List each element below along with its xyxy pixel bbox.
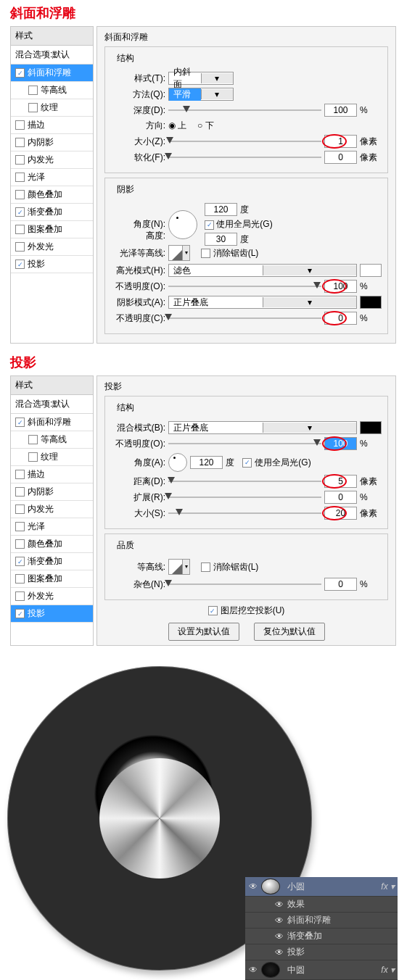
eye-icon[interactable]: 👁	[274, 900, 284, 910]
shop-input[interactable]: 0	[324, 312, 357, 325]
size-input[interactable]: 1	[324, 135, 357, 148]
checkbox-icon[interactable]	[15, 522, 25, 531]
layer-row[interactable]: 👁中圆fx ▾	[245, 960, 398, 980]
checkbox-icon[interactable]: ✓	[15, 557, 25, 566]
sidebar-item-inner-shadow[interactable]: 内阴影	[11, 483, 93, 501]
checkbox-icon[interactable]	[15, 504, 25, 514]
checkbox-icon[interactable]	[28, 86, 38, 95]
checkbox-icon[interactable]: ✓	[15, 207, 25, 217]
checkbox-icon[interactable]	[15, 242, 25, 252]
soften-slider[interactable]	[168, 152, 321, 162]
global-light-check[interactable]: ✓ 使用全局光(G)	[205, 218, 273, 231]
sidebar-item-outer-glow[interactable]: 外发光	[11, 588, 93, 605]
checkbox-icon[interactable]	[15, 591, 25, 601]
checkbox-icon[interactable]: ✓	[15, 68, 25, 78]
hiop-slider[interactable]	[168, 281, 321, 291]
method-combo[interactable]: 平滑▾	[168, 88, 234, 101]
angle-wheel[interactable]	[168, 210, 197, 239]
sidebar-item-stroke[interactable]: 描边	[11, 117, 93, 134]
size-input[interactable]: 20	[324, 507, 357, 520]
radio-up[interactable]: ◉ 上	[168, 120, 186, 132]
blend-options[interactable]: 混合选项:默认	[11, 395, 93, 414]
sh-color-swatch[interactable]	[360, 296, 382, 309]
hiop-input[interactable]: 100	[324, 280, 357, 293]
checkbox-icon[interactable]	[15, 470, 25, 479]
noise-slider[interactable]	[168, 579, 321, 589]
sidebar-item-contour[interactable]: 等高线	[11, 82, 93, 99]
reset-default-button[interactable]: 复位为默认值	[254, 623, 325, 641]
spread-slider[interactable]	[168, 492, 321, 502]
spread-input[interactable]: 0	[324, 491, 357, 504]
eye-icon[interactable]: 👁	[274, 947, 284, 958]
checkbox-icon[interactable]	[15, 487, 25, 497]
angle-input[interactable]: 120	[190, 456, 223, 469]
checkbox-icon[interactable]	[28, 452, 38, 462]
sidebar-item-inner-shadow[interactable]: 内阴影	[11, 134, 93, 151]
sidebar-item-drop-shadow[interactable]: ✓投影	[11, 605, 93, 623]
fx-row[interactable]: 👁投影	[245, 944, 398, 960]
depth-slider[interactable]	[168, 105, 321, 115]
sidebar-item-pattern-overlay[interactable]: 图案叠加	[11, 570, 93, 588]
sidebar-item-gradient-overlay[interactable]: ✓渐变叠加	[11, 204, 93, 221]
checkbox-icon[interactable]	[15, 173, 25, 182]
checkbox-icon[interactable]: ✓	[242, 458, 252, 468]
shop-slider[interactable]	[168, 313, 321, 323]
angle-wheel[interactable]	[168, 453, 187, 472]
checkbox-icon[interactable]	[15, 138, 25, 147]
checkbox-icon[interactable]	[15, 190, 25, 199]
sidebar-item-bevel[interactable]: ✓斜面和浮雕	[11, 65, 93, 82]
size-slider[interactable]	[168, 136, 321, 146]
eye-icon[interactable]: 👁	[248, 881, 258, 892]
fx-row[interactable]: 👁渐变叠加	[245, 929, 398, 944]
eye-icon[interactable]: 👁	[274, 931, 284, 942]
sidebar-item-outer-glow[interactable]: 外发光	[11, 238, 93, 256]
checkbox-icon[interactable]	[15, 120, 25, 130]
color-swatch[interactable]	[360, 421, 382, 434]
layer-row[interactable]: 👁小圆fx ▾	[245, 877, 398, 897]
sidebar-item-texture[interactable]: 纹理	[11, 99, 93, 117]
fx-row[interactable]: 👁斜面和浮雕	[245, 913, 398, 929]
radio-down[interactable]: ○ 下	[197, 120, 214, 132]
sidebar-item-gradient-overlay[interactable]: ✓渐变叠加	[11, 553, 93, 570]
gloss-contour[interactable]: ▾	[168, 245, 190, 261]
sidebar-item-inner-glow[interactable]: 内发光	[11, 501, 93, 518]
sidebar-item-texture[interactable]: 纹理	[11, 449, 93, 466]
style-combo[interactable]: 内斜面▾	[168, 72, 234, 85]
mode-combo[interactable]: 正片叠底▾	[168, 421, 357, 434]
sidebar-item-contour[interactable]: 等高线	[11, 431, 93, 449]
checkbox-icon[interactable]	[15, 225, 25, 234]
sidebar-item-stroke[interactable]: 描边	[11, 466, 93, 483]
soften-input[interactable]: 0	[324, 151, 357, 164]
altitude-input[interactable]: 30	[205, 233, 237, 246]
himode-combo[interactable]: 滤色▾	[168, 264, 357, 277]
size-slider[interactable]	[168, 508, 321, 518]
sidebar-item-satin[interactable]: 光泽	[11, 518, 93, 536]
checkbox-icon[interactable]	[15, 155, 25, 165]
blend-options[interactable]: 混合选项:默认	[11, 46, 93, 65]
dist-input[interactable]: 5	[324, 475, 357, 488]
sidebar-item-inner-glow[interactable]: 内发光	[11, 151, 93, 169]
shmode-combo[interactable]: 正片叠底▾	[168, 296, 357, 309]
sidebar-item-satin[interactable]: 光泽	[11, 169, 93, 186]
sidebar-item-drop-shadow[interactable]: ✓投影	[11, 256, 93, 273]
angle-input[interactable]: 120	[205, 203, 237, 216]
eye-icon[interactable]: 👁	[274, 915, 284, 926]
checkbox-icon[interactable]	[201, 249, 210, 258]
checkbox-icon[interactable]	[28, 435, 38, 444]
fx-icon[interactable]: fx ▾	[381, 881, 395, 892]
checkbox-icon[interactable]	[28, 103, 38, 112]
checkbox-icon[interactable]	[201, 562, 210, 572]
checkbox-icon[interactable]	[15, 574, 25, 584]
checkbox-icon[interactable]: ✓	[208, 606, 218, 615]
make-default-button[interactable]: 设置为默认值	[168, 623, 239, 641]
checkbox-icon[interactable]: ✓	[15, 259, 25, 269]
checkbox-icon[interactable]: ✓	[15, 609, 25, 618]
op-input[interactable]: 100	[324, 437, 357, 450]
checkbox-icon[interactable]: ✓	[15, 418, 25, 427]
sidebar-item-color-overlay[interactable]: 颜色叠加	[11, 186, 93, 204]
sidebar-item-color-overlay[interactable]: 颜色叠加	[11, 536, 93, 553]
sidebar-item-bevel[interactable]: ✓斜面和浮雕	[11, 414, 93, 431]
eye-icon[interactable]: 👁	[248, 965, 258, 975]
dist-slider[interactable]	[168, 476, 321, 486]
contour-picker[interactable]: ▾	[168, 559, 190, 575]
